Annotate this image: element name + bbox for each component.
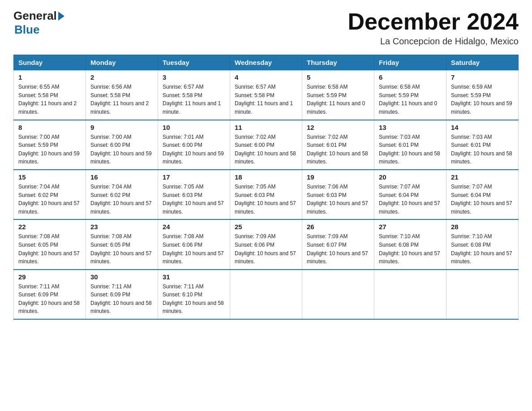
day-detail: Sunrise: 7:03 AMSunset: 6:01 PMDaylight:…	[451, 134, 512, 165]
day-detail: Sunrise: 7:05 AMSunset: 6:03 PMDaylight:…	[163, 184, 224, 215]
col-header-wednesday: Wednesday	[230, 55, 302, 70]
calendar-cell: 27Sunrise: 7:10 AMSunset: 6:08 PMDayligh…	[374, 219, 446, 269]
day-number: 22	[18, 223, 81, 231]
day-number: 20	[379, 173, 442, 181]
day-number: 8	[18, 124, 81, 131]
calendar-cell: 18Sunrise: 7:05 AMSunset: 6:03 PMDayligh…	[230, 170, 302, 219]
day-detail: Sunrise: 7:00 AMSunset: 5:59 PMDaylight:…	[18, 134, 80, 165]
calendar-week-row: 8Sunrise: 7:00 AMSunset: 5:59 PMDaylight…	[14, 120, 519, 170]
title-block: December 2024 La Concepcion de Hidalgo, …	[348, 9, 519, 47]
calendar-cell: 23Sunrise: 7:08 AMSunset: 6:05 PMDayligh…	[86, 219, 158, 269]
day-detail: Sunrise: 7:07 AMSunset: 6:04 PMDaylight:…	[451, 184, 512, 215]
month-title: December 2024	[348, 9, 519, 34]
col-header-saturday: Saturday	[446, 55, 519, 70]
day-detail: Sunrise: 7:10 AMSunset: 6:08 PMDaylight:…	[379, 233, 440, 265]
calendar-table: SundayMondayTuesdayWednesdayThursdayFrid…	[13, 55, 519, 320]
day-number: 25	[235, 223, 297, 231]
calendar-cell: 29Sunrise: 7:11 AMSunset: 6:09 PMDayligh…	[14, 270, 86, 319]
day-number: 29	[18, 273, 81, 281]
calendar-cell: 5Sunrise: 6:58 AMSunset: 5:59 PMDaylight…	[302, 70, 374, 120]
logo-blue-text: Blue	[14, 23, 39, 36]
calendar-week-row: 22Sunrise: 7:08 AMSunset: 6:05 PMDayligh…	[14, 219, 519, 269]
day-detail: Sunrise: 7:06 AMSunset: 6:03 PMDaylight:…	[307, 184, 368, 215]
day-detail: Sunrise: 7:11 AMSunset: 6:09 PMDaylight:…	[18, 283, 80, 315]
calendar-cell: 17Sunrise: 7:05 AMSunset: 6:03 PMDayligh…	[158, 170, 230, 219]
calendar-cell: 21Sunrise: 7:07 AMSunset: 6:04 PMDayligh…	[446, 170, 519, 219]
day-detail: Sunrise: 6:57 AMSunset: 5:58 PMDaylight:…	[235, 84, 293, 115]
calendar-cell	[374, 270, 446, 319]
day-number: 9	[90, 124, 153, 131]
calendar-week-row: 1Sunrise: 6:55 AMSunset: 5:58 PMDaylight…	[14, 70, 519, 120]
day-detail: Sunrise: 7:08 AMSunset: 6:05 PMDaylight:…	[90, 233, 152, 265]
day-number: 4	[235, 73, 297, 81]
calendar-cell: 3Sunrise: 6:57 AMSunset: 5:58 PMDaylight…	[158, 70, 230, 120]
day-number: 10	[163, 124, 225, 131]
calendar-cell: 24Sunrise: 7:08 AMSunset: 6:06 PMDayligh…	[158, 219, 230, 269]
day-number: 28	[451, 223, 514, 231]
day-number: 6	[379, 73, 442, 81]
calendar-week-row: 29Sunrise: 7:11 AMSunset: 6:09 PMDayligh…	[14, 270, 519, 319]
day-number: 12	[307, 124, 369, 131]
day-detail: Sunrise: 7:05 AMSunset: 6:03 PMDaylight:…	[235, 184, 296, 215]
day-detail: Sunrise: 7:04 AMSunset: 6:02 PMDaylight:…	[18, 184, 80, 215]
day-number: 2	[90, 73, 153, 81]
calendar-cell: 30Sunrise: 7:11 AMSunset: 6:09 PMDayligh…	[86, 270, 158, 319]
calendar-cell	[230, 270, 302, 319]
calendar-cell: 22Sunrise: 7:08 AMSunset: 6:05 PMDayligh…	[14, 219, 86, 269]
location-subtitle: La Concepcion de Hidalgo, Mexico	[348, 36, 519, 47]
day-detail: Sunrise: 7:11 AMSunset: 6:10 PMDaylight:…	[163, 283, 224, 315]
logo-general-text: General	[13, 9, 57, 23]
day-detail: Sunrise: 6:58 AMSunset: 5:59 PMDaylight:…	[379, 84, 437, 115]
day-detail: Sunrise: 7:04 AMSunset: 6:02 PMDaylight:…	[90, 184, 152, 215]
day-detail: Sunrise: 6:56 AMSunset: 5:58 PMDaylight:…	[90, 84, 149, 115]
col-header-sunday: Sunday	[14, 55, 86, 70]
calendar-cell: 2Sunrise: 6:56 AMSunset: 5:58 PMDaylight…	[86, 70, 158, 120]
day-detail: Sunrise: 7:08 AMSunset: 6:06 PMDaylight:…	[163, 233, 224, 265]
calendar-cell: 1Sunrise: 6:55 AMSunset: 5:58 PMDaylight…	[14, 70, 86, 120]
calendar-cell: 15Sunrise: 7:04 AMSunset: 6:02 PMDayligh…	[14, 170, 86, 219]
col-header-friday: Friday	[374, 55, 446, 70]
col-header-tuesday: Tuesday	[158, 55, 230, 70]
day-detail: Sunrise: 6:59 AMSunset: 5:59 PMDaylight:…	[451, 84, 512, 115]
day-number: 7	[451, 73, 514, 81]
day-number: 11	[235, 124, 297, 131]
calendar-cell: 11Sunrise: 7:02 AMSunset: 6:00 PMDayligh…	[230, 120, 302, 170]
calendar-cell: 25Sunrise: 7:09 AMSunset: 6:06 PMDayligh…	[230, 219, 302, 269]
calendar-cell: 6Sunrise: 6:58 AMSunset: 5:59 PMDaylight…	[374, 70, 446, 120]
day-detail: Sunrise: 7:01 AMSunset: 6:00 PMDaylight:…	[163, 134, 224, 165]
day-number: 16	[90, 173, 153, 181]
day-number: 17	[163, 173, 225, 181]
day-number: 21	[451, 173, 514, 181]
day-detail: Sunrise: 6:55 AMSunset: 5:58 PMDaylight:…	[18, 84, 77, 115]
day-detail: Sunrise: 7:02 AMSunset: 6:00 PMDaylight:…	[235, 134, 296, 165]
calendar-cell: 8Sunrise: 7:00 AMSunset: 5:59 PMDaylight…	[14, 120, 86, 170]
logo: General Blue	[13, 9, 65, 37]
col-header-monday: Monday	[86, 55, 158, 70]
day-number: 30	[90, 273, 153, 281]
day-detail: Sunrise: 7:09 AMSunset: 6:07 PMDaylight:…	[307, 233, 368, 265]
calendar-cell: 7Sunrise: 6:59 AMSunset: 5:59 PMDaylight…	[446, 70, 519, 120]
day-detail: Sunrise: 7:09 AMSunset: 6:06 PMDaylight:…	[235, 233, 296, 265]
calendar-cell: 19Sunrise: 7:06 AMSunset: 6:03 PMDayligh…	[302, 170, 374, 219]
day-number: 5	[307, 73, 369, 81]
calendar-week-row: 15Sunrise: 7:04 AMSunset: 6:02 PMDayligh…	[14, 170, 519, 219]
day-detail: Sunrise: 7:11 AMSunset: 6:09 PMDaylight:…	[90, 283, 152, 315]
calendar-cell: 28Sunrise: 7:10 AMSunset: 6:08 PMDayligh…	[446, 219, 519, 269]
calendar-cell	[446, 270, 519, 319]
calendar-cell: 13Sunrise: 7:03 AMSunset: 6:01 PMDayligh…	[374, 120, 446, 170]
day-detail: Sunrise: 6:58 AMSunset: 5:59 PMDaylight:…	[307, 84, 365, 115]
calendar-cell: 4Sunrise: 6:57 AMSunset: 5:58 PMDaylight…	[230, 70, 302, 120]
calendar-cell: 31Sunrise: 7:11 AMSunset: 6:10 PMDayligh…	[158, 270, 230, 319]
day-number: 23	[90, 223, 153, 231]
day-detail: Sunrise: 6:57 AMSunset: 5:58 PMDaylight:…	[163, 84, 221, 115]
calendar-cell: 26Sunrise: 7:09 AMSunset: 6:07 PMDayligh…	[302, 219, 374, 269]
calendar-cell	[302, 270, 374, 319]
day-number: 13	[379, 124, 442, 131]
day-detail: Sunrise: 7:10 AMSunset: 6:08 PMDaylight:…	[451, 233, 512, 265]
day-number: 27	[379, 223, 442, 231]
day-detail: Sunrise: 7:02 AMSunset: 6:01 PMDaylight:…	[307, 134, 368, 165]
calendar-cell: 9Sunrise: 7:00 AMSunset: 6:00 PMDaylight…	[86, 120, 158, 170]
day-number: 19	[307, 173, 369, 181]
calendar-cell: 14Sunrise: 7:03 AMSunset: 6:01 PMDayligh…	[446, 120, 519, 170]
day-number: 3	[163, 73, 225, 81]
